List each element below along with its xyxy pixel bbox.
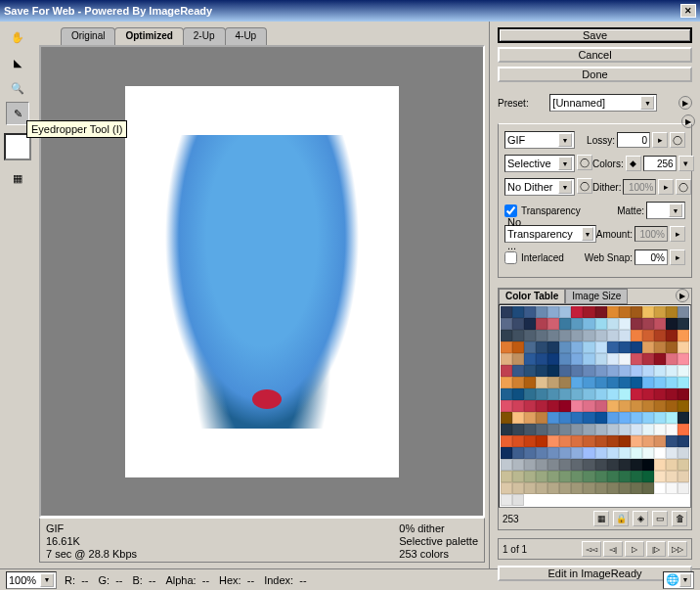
slice-select-tool[interactable]: ◣ — [6, 51, 29, 74]
color-swatch[interactable] — [595, 447, 607, 459]
tab-image-size[interactable]: Image Size — [565, 289, 628, 304]
color-swatch[interactable] — [595, 388, 607, 400]
color-swatch[interactable] — [583, 482, 594, 494]
color-swatch[interactable] — [607, 388, 619, 400]
color-swatch[interactable] — [619, 341, 631, 353]
lossy-slider-icon[interactable]: ▸ — [652, 132, 668, 148]
color-swatch[interactable] — [524, 377, 536, 388]
color-swatch[interactable] — [607, 306, 619, 318]
colors-stepper-icon[interactable]: ▾ — [678, 156, 694, 171]
color-swatch[interactable] — [631, 424, 642, 435]
optimize-flyout-icon[interactable]: ▶ — [681, 114, 695, 128]
color-swatch[interactable] — [678, 377, 689, 388]
color-swatch[interactable] — [642, 330, 654, 341]
color-swatch[interactable] — [547, 482, 559, 494]
color-swatch[interactable] — [631, 377, 642, 388]
color-swatch[interactable] — [501, 353, 512, 365]
dither-pct-slider-icon[interactable]: ▸ — [658, 179, 674, 195]
color-swatch[interactable] — [642, 400, 654, 412]
color-swatch[interactable] — [512, 471, 524, 482]
colors-auto-icon[interactable]: ◆ — [626, 156, 641, 171]
color-swatch[interactable] — [631, 435, 642, 447]
color-swatch[interactable] — [595, 377, 607, 388]
cancel-button[interactable]: Cancel — [498, 47, 692, 63]
color-swatch[interactable] — [524, 318, 536, 330]
color-swatch[interactable] — [571, 424, 583, 435]
color-swatch[interactable] — [654, 353, 666, 365]
color-swatch[interactable] — [571, 388, 583, 400]
color-swatch[interactable] — [678, 471, 689, 482]
color-swatch[interactable] — [536, 388, 547, 400]
color-swatch[interactable] — [631, 365, 642, 377]
color-swatch[interactable] — [654, 377, 666, 388]
color-swatch[interactable] — [524, 471, 536, 482]
color-swatch[interactable] — [619, 388, 631, 400]
color-swatch[interactable] — [619, 435, 631, 447]
color-swatch[interactable] — [501, 377, 512, 388]
color-swatch[interactable] — [571, 447, 583, 459]
zoom-dropdown[interactable]: 100%▼ — [6, 571, 57, 589]
color-swatch[interactable] — [559, 341, 571, 353]
color-swatch[interactable] — [583, 353, 594, 365]
color-swatch[interactable] — [666, 318, 678, 330]
color-swatch[interactable] — [607, 330, 619, 341]
color-swatch[interactable] — [607, 318, 619, 330]
color-swatch[interactable] — [536, 482, 547, 494]
color-swatch[interactable] — [678, 318, 689, 330]
color-swatch[interactable] — [631, 447, 642, 459]
color-swatch[interactable] — [678, 400, 689, 412]
color-swatch[interactable] — [666, 447, 678, 459]
color-swatch[interactable] — [607, 365, 619, 377]
color-swatch[interactable] — [666, 341, 678, 353]
color-swatch[interactable] — [547, 306, 559, 318]
tab-original[interactable]: Original — [61, 27, 115, 45]
color-swatch[interactable] — [654, 388, 666, 400]
color-swatch[interactable] — [524, 330, 536, 341]
color-swatch[interactable] — [583, 377, 594, 388]
color-swatch[interactable] — [666, 435, 678, 447]
color-swatch[interactable] — [571, 459, 583, 471]
colors-input[interactable] — [643, 156, 677, 171]
color-swatch[interactable] — [678, 330, 689, 341]
color-swatch[interactable] — [666, 365, 678, 377]
color-swatch[interactable] — [642, 365, 654, 377]
color-swatch[interactable] — [666, 306, 678, 318]
color-swatch[interactable] — [678, 482, 689, 494]
color-swatch[interactable] — [501, 341, 512, 353]
color-swatch[interactable] — [559, 365, 571, 377]
toggle-slices-visibility[interactable]: ▦ — [6, 166, 29, 190]
color-swatch[interactable] — [666, 400, 678, 412]
play-button[interactable]: ▷ — [625, 541, 644, 557]
color-swatch[interactable] — [619, 447, 631, 459]
color-swatch[interactable] — [559, 388, 571, 400]
color-swatch[interactable] — [666, 353, 678, 365]
trans-dither-dropdown[interactable]: No Transparency ...▼ — [504, 225, 596, 243]
color-swatch[interactable] — [536, 412, 547, 424]
color-swatch[interactable] — [595, 341, 607, 353]
color-swatch[interactable] — [501, 388, 512, 400]
color-swatch[interactable] — [536, 365, 547, 377]
color-swatch[interactable] — [642, 388, 654, 400]
color-swatch[interactable] — [512, 424, 524, 435]
color-swatch[interactable] — [631, 400, 642, 412]
color-swatch[interactable] — [536, 471, 547, 482]
color-swatch[interactable] — [595, 459, 607, 471]
color-swatch[interactable] — [631, 341, 642, 353]
color-swatch[interactable] — [666, 412, 678, 424]
map-transparent-icon[interactable]: ◈ — [633, 511, 648, 526]
color-swatch[interactable] — [524, 306, 536, 318]
dither-dropdown[interactable]: No Dither▼ — [504, 178, 575, 196]
color-swatch[interactable] — [571, 306, 583, 318]
lock-color-icon[interactable]: 🔒 — [613, 511, 629, 526]
zoom-tool[interactable]: 🔍 — [6, 76, 29, 100]
color-swatch[interactable] — [642, 447, 654, 459]
color-swatch[interactable] — [583, 341, 594, 353]
color-swatch[interactable] — [654, 400, 666, 412]
color-swatch[interactable] — [631, 318, 642, 330]
color-swatch[interactable] — [547, 459, 559, 471]
color-swatch[interactable] — [607, 377, 619, 388]
hand-tool[interactable]: ✋ — [6, 25, 29, 49]
amount-slider-icon[interactable]: ▸ — [670, 226, 685, 242]
delete-color-icon[interactable]: 🗑 — [672, 511, 687, 526]
color-swatch[interactable] — [524, 447, 536, 459]
